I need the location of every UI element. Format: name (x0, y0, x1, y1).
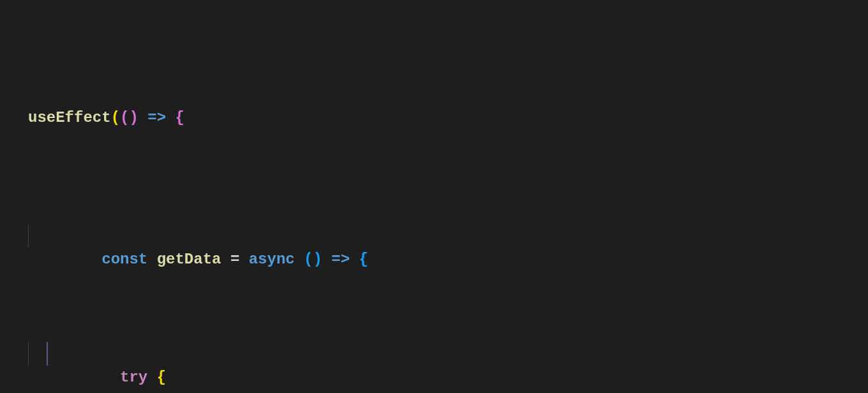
code-editor[interactable]: useEffect(() => { const getData = async … (0, 0, 868, 393)
token-arrow: => (331, 251, 350, 268)
token-bracket: ) (129, 109, 138, 126)
token-keyword: try (120, 369, 147, 386)
token-arrow: => (147, 109, 166, 126)
code-line[interactable]: useEffect(() => { (28, 106, 773, 130)
token-bracket: { (359, 251, 368, 268)
token-bracket: ( (111, 109, 120, 126)
token-function: useEffect (28, 109, 111, 126)
token-keyword: async (249, 251, 295, 268)
token-bracket: { (175, 109, 184, 126)
code-line[interactable]: const getData = async () => { (28, 224, 773, 248)
token-bracket: ) (313, 251, 322, 268)
code-line[interactable]: try { (28, 342, 773, 366)
token-bracket: ( (120, 109, 129, 126)
token-bracket: ( (304, 251, 313, 268)
fold-column (20, 0, 28, 393)
token-bracket: { (157, 369, 166, 386)
code-area[interactable]: useEffect(() => { const getData = async … (28, 0, 773, 393)
token-function: getData (147, 251, 230, 268)
gutter (0, 0, 20, 393)
token-keyword: const (101, 251, 147, 268)
